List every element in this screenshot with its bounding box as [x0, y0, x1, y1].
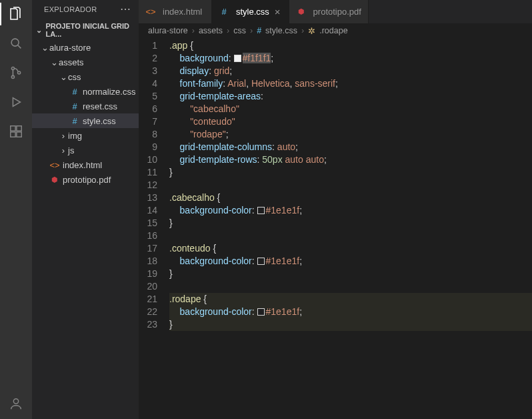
svg-point-2 — [11, 67, 14, 70]
tab-prototipo[interactable]: ⬢ prototipo.pdf — [289, 0, 369, 23]
search-icon[interactable] — [7, 35, 25, 52]
pdf-icon: ⬢ — [296, 7, 307, 16]
svg-rect-8 — [17, 132, 21, 137]
explorer-icon[interactable] — [7, 5, 25, 23]
folder-assets[interactable]: ⌄assets — [32, 55, 139, 69]
svg-point-3 — [11, 75, 14, 78]
tab-style[interactable]: # style.css × — [212, 0, 289, 23]
tab-label: prototipo.pdf — [313, 7, 361, 17]
svg-line-1 — [18, 45, 21, 49]
folder-css[interactable]: ⌄css — [32, 69, 139, 84]
tab-label: index.html — [163, 7, 202, 17]
color-swatch — [257, 207, 265, 214]
source-control-icon[interactable] — [7, 64, 25, 81]
svg-rect-9 — [17, 126, 21, 131]
code-content[interactable]: .app { background: #f1f1f1; display: gri… — [169, 39, 532, 419]
symbol-icon: ✲ — [308, 26, 315, 36]
svg-point-0 — [11, 39, 19, 46]
debug-icon[interactable] — [7, 93, 25, 111]
code-editor[interactable]: 1234567891011121314151617181920212223 .a… — [139, 38, 532, 419]
file-normalize[interactable]: #normalize.css — [32, 84, 139, 99]
file-prototipo[interactable]: ⬢prototipo.pdf — [32, 172, 139, 187]
file-reset[interactable]: #reset.css — [32, 99, 139, 113]
html-icon: <> — [145, 7, 156, 17]
svg-point-10 — [13, 399, 18, 404]
line-numbers: 1234567891011121314151617181920212223 — [139, 39, 169, 419]
color-swatch — [234, 55, 241, 62]
project-name: PROJETO INICIAL GRID LA... — [45, 22, 136, 38]
file-style[interactable]: #style.css — [32, 113, 139, 128]
editor-tabs: <> index.html # style.css × ⬢ prototipo.… — [139, 0, 532, 23]
svg-marker-5 — [13, 98, 20, 107]
svg-rect-6 — [11, 126, 15, 131]
css-icon: # — [257, 26, 261, 35]
breadcrumb[interactable]: alura-store› assets› css› #style.css› ✲.… — [139, 23, 532, 38]
more-icon[interactable]: ⋯ — [120, 6, 131, 13]
extensions-icon[interactable] — [7, 123, 25, 140]
account-icon[interactable] — [7, 395, 25, 412]
explorer-panel: EXPLORADOR ⋯ ⌄ PROJETO INICIAL GRID LA..… — [32, 0, 139, 419]
tab-index[interactable]: <> index.html — [139, 0, 212, 23]
svg-point-4 — [18, 71, 21, 74]
file-tree: ⌄alura-store ⌄assets ⌄css #normalize.css… — [32, 40, 139, 191]
folder-root[interactable]: ⌄alura-store — [32, 40, 139, 55]
tab-label: style.css — [236, 7, 269, 17]
project-header[interactable]: ⌄ PROJETO INICIAL GRID LA... — [32, 20, 139, 40]
folder-js[interactable]: ›js — [32, 143, 139, 157]
explorer-title: EXPLORADOR — [44, 5, 97, 13]
folder-img[interactable]: ›img — [32, 128, 139, 143]
svg-rect-7 — [11, 132, 15, 137]
activity-bar — [0, 0, 32, 419]
close-icon[interactable]: × — [273, 6, 282, 17]
color-swatch — [257, 258, 265, 265]
css-icon: # — [219, 7, 229, 17]
file-index[interactable]: <>index.html — [32, 157, 139, 172]
chevron-down-icon: ⌄ — [35, 26, 43, 35]
color-swatch — [257, 308, 265, 316]
